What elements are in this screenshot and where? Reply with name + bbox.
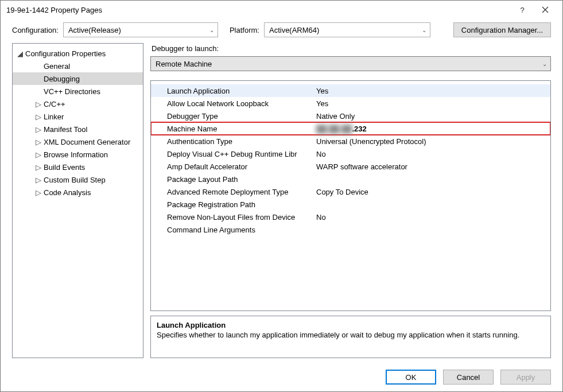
- tree-item[interactable]: General: [13, 60, 143, 72]
- property-row[interactable]: Allow Local Network LoopbackYes: [151, 97, 550, 110]
- tree-item-label: XML Document Generator: [44, 138, 130, 146]
- property-name: Command Line Arguments: [167, 226, 316, 234]
- platform-value: Active(ARM64): [269, 26, 319, 34]
- configuration-combo[interactable]: Active(Release) ⌄: [63, 22, 218, 37]
- property-value[interactable]: WARP software accelerator: [316, 162, 550, 171]
- collapse-icon[interactable]: ◢: [17, 49, 24, 58]
- tree-item[interactable]: ▷Browse Information: [13, 148, 143, 161]
- cancel-button[interactable]: Cancel: [443, 370, 494, 385]
- property-row[interactable]: Authentication TypeUniversal (Unencrypte…: [151, 135, 550, 148]
- ok-button[interactable]: OK: [386, 370, 436, 385]
- tree-item-label: Custom Build Step: [44, 176, 106, 184]
- property-name: Machine Name: [167, 125, 316, 133]
- property-row[interactable]: Amp Default AcceleratorWARP software acc…: [151, 160, 550, 173]
- property-row[interactable]: Command Line Arguments: [151, 223, 550, 236]
- tree-item[interactable]: ▷Manifest Tool: [13, 123, 143, 135]
- dialog-footer: OK Cancel Apply: [1, 363, 562, 391]
- property-row[interactable]: Launch ApplicationYes: [151, 84, 550, 97]
- property-name: Deploy Visual C++ Debug Runtime Libr: [167, 150, 316, 158]
- property-value[interactable]: Yes: [316, 87, 550, 95]
- expand-icon[interactable]: ▷: [36, 125, 42, 134]
- property-row[interactable]: Remove Non-Layout Files from DeviceNo: [151, 211, 550, 223]
- chevron-down-icon: ⌄: [422, 27, 426, 33]
- property-name: Remove Non-Layout Files from Device: [167, 213, 316, 222]
- configuration-manager-button[interactable]: Configuration Manager...: [453, 22, 551, 37]
- property-grid[interactable]: Launch ApplicationYesAllow Local Network…: [150, 80, 551, 311]
- tree-item-label: Build Events: [44, 163, 85, 172]
- property-row[interactable]: Advanced Remote Deployment TypeCopy To D…: [151, 185, 550, 198]
- tree-item[interactable]: ▷Custom Build Step: [13, 173, 143, 186]
- configuration-value: Active(Release): [68, 26, 121, 34]
- property-value[interactable]: Native Only: [316, 112, 550, 121]
- expand-icon[interactable]: ▷: [36, 112, 42, 121]
- property-row[interactable]: Deploy Visual C++ Debug Runtime LibrNo: [151, 148, 550, 160]
- expand-icon[interactable]: ▷: [36, 150, 42, 159]
- property-row[interactable]: Package Registration Path: [151, 198, 550, 211]
- tree-item-label: Linker: [44, 112, 64, 121]
- property-row[interactable]: Machine Name██.██.██.232: [151, 122, 550, 135]
- tree-item-label: Manifest Tool: [44, 125, 87, 134]
- expand-icon[interactable]: ▷: [36, 188, 42, 197]
- property-name: Advanced Remote Deployment Type: [167, 188, 316, 196]
- property-name: Amp Default Accelerator: [167, 162, 316, 171]
- description-panel: Launch Application Specifies whether to …: [150, 316, 551, 358]
- tree-item[interactable]: ▷C/C++: [13, 98, 143, 110]
- nav-tree[interactable]: ◢ Configuration Properties GeneralDebugg…: [12, 43, 143, 358]
- property-name: Authentication Type: [167, 137, 316, 146]
- property-name: Package Layout Path: [167, 175, 316, 184]
- tree-root[interactable]: ◢ Configuration Properties: [13, 47, 143, 60]
- tree-item-label: Code Analysis: [44, 188, 91, 197]
- right-pane: Debugger to launch: Remote Machine ⌄ Lau…: [150, 43, 551, 358]
- dialog-body: ◢ Configuration Properties GeneralDebugg…: [1, 43, 562, 363]
- platform-combo[interactable]: Active(ARM64) ⌄: [264, 22, 430, 37]
- tree-item[interactable]: VC++ Directories: [13, 85, 143, 98]
- property-pages-dialog: 19-9e1-1442 Property Pages ? Configurati…: [0, 0, 563, 392]
- property-row[interactable]: Package Layout Path: [151, 173, 550, 185]
- tree-item[interactable]: ▷XML Document Generator: [13, 135, 143, 148]
- property-name: Allow Local Network Loopback: [167, 99, 316, 108]
- tree-item[interactable]: ▷Code Analysis: [13, 186, 143, 199]
- property-value[interactable]: Universal (Unencrypted Protocol): [316, 137, 550, 146]
- property-name: Package Registration Path: [167, 200, 316, 209]
- property-value[interactable]: No: [316, 213, 550, 222]
- tree-item[interactable]: Debugging: [13, 72, 143, 85]
- expand-icon[interactable]: ▷: [36, 176, 42, 184]
- tree-item-label: VC++ Directories: [44, 87, 100, 96]
- config-row: Configuration: Active(Release) ⌄ Platfor…: [1, 19, 562, 43]
- expand-icon[interactable]: ▷: [36, 138, 42, 146]
- tree-item[interactable]: ▷Build Events: [13, 161, 143, 173]
- debugger-value: Remote Machine: [156, 60, 212, 68]
- expand-icon[interactable]: ▷: [36, 163, 42, 172]
- property-value[interactable]: ██.██.██.232: [316, 125, 550, 133]
- titlebar: 19-9e1-1442 Property Pages ?: [1, 1, 562, 19]
- property-name: Launch Application: [167, 87, 316, 95]
- tree-item-label: C/C++: [44, 100, 65, 108]
- configuration-label: Configuration:: [12, 26, 59, 34]
- property-value[interactable]: Yes: [316, 99, 550, 108]
- close-icon: [542, 6, 549, 13]
- tree-item-label: Browse Information: [44, 150, 108, 159]
- debugger-combo[interactable]: Remote Machine ⌄: [150, 56, 551, 71]
- window-title: 19-9e1-1442 Property Pages: [6, 6, 511, 14]
- help-button[interactable]: ?: [511, 2, 534, 18]
- chevron-down-icon: ⌄: [542, 61, 547, 67]
- tree-item[interactable]: ▷Linker: [13, 110, 143, 123]
- expand-icon[interactable]: ▷: [36, 100, 42, 108]
- property-value[interactable]: No: [316, 150, 550, 158]
- platform-label: Platform:: [230, 26, 259, 34]
- property-row[interactable]: Debugger TypeNative Only: [151, 110, 550, 122]
- apply-button[interactable]: Apply: [500, 370, 551, 385]
- chevron-down-icon: ⌄: [209, 27, 214, 33]
- property-name: Debugger Type: [167, 112, 316, 121]
- close-button[interactable]: [534, 2, 557, 18]
- tree-item-label: Debugging: [44, 75, 80, 83]
- tree-item-label: General: [44, 62, 70, 71]
- description-heading: Launch Application: [157, 321, 545, 329]
- description-body: Specifies whether to launch my applicati…: [157, 331, 545, 339]
- debugger-label: Debugger to launch:: [152, 44, 551, 53]
- property-value[interactable]: Copy To Device: [316, 188, 550, 196]
